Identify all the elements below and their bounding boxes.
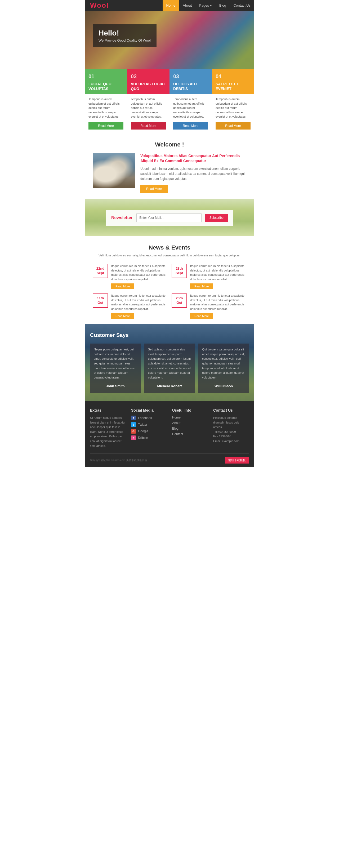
customer-card-2: Qui dolorem ipsum quia dolor sit amet, v… <box>198 344 249 393</box>
nav-about[interactable]: About <box>179 0 195 11</box>
nav-blog[interactable]: Blog <box>216 0 230 11</box>
nav-pages[interactable]: Pages ▾ <box>195 0 215 11</box>
feature-desc-4: Temporibus autem quibusdam et aut offici… <box>216 97 250 119</box>
footer-contact-email: Email: example.com <box>213 439 249 444</box>
footer-useful-list: Home About Blog Contact <box>172 415 208 436</box>
footer-social-label-3: Dribble <box>138 436 148 440</box>
footer-social-item-1[interactable]: t Twitter <box>131 422 167 427</box>
news-month-0: Sept <box>94 271 106 276</box>
footer-useful-item-1[interactable]: About <box>172 421 208 425</box>
footer-useful: Useful Info Home About Blog Contact <box>172 408 208 448</box>
logo[interactable]: Wool <box>85 1 114 9</box>
footer-bottom: 访问画马社区bbs.dianloo.com 免费下载模板内容 前往下载模板 <box>90 454 249 464</box>
feature-desc-1: Temporibus autem quibusdam et aut offici… <box>89 97 123 119</box>
news-body-3: Itaque earum rerum hic tenetur a sapient… <box>190 293 246 311</box>
footer-extras-title: Extras <box>90 408 126 412</box>
welcome-image-inner <box>93 153 135 188</box>
news-section: News & Events Velit illum qui dolores eu… <box>85 236 254 324</box>
welcome-content: Voluptatibus Maiores Alias Consequatur A… <box>93 153 246 193</box>
footer-social-list: f Facebook t Twitter G Google+ d Dribble <box>131 415 167 440</box>
footer-bottom-text: 访问画马社区bbs.dianloo.com 免费下载模板内容 <box>90 459 147 462</box>
welcome-image <box>93 153 135 188</box>
news-btn-1[interactable]: Read More <box>190 283 213 289</box>
welcome-subtitle: Voluptatibus Maiores Alias Consequatur A… <box>141 153 246 164</box>
footer-social-item-2[interactable]: G Google+ <box>131 429 167 434</box>
news-content-0: Itaque earum rerum hic tenetur a sapient… <box>111 264 167 289</box>
navbar: Wool Home About Pages ▾ Blog Contact Us <box>85 0 254 11</box>
feature-btn-1[interactable]: Read More <box>89 122 123 129</box>
customer-name-2: Williumson <box>202 383 245 389</box>
logo-w: W <box>90 1 97 9</box>
news-body-0: Itaque earum rerum hic tenetur a sapient… <box>111 264 167 281</box>
footer-useful-item-2[interactable]: Blog <box>172 427 208 430</box>
customer-cards: Neque porro quisquam est, qui dolorem ip… <box>90 344 249 393</box>
footer-social-label-2: Google+ <box>138 429 150 433</box>
footer-download-btn[interactable]: 前往下载模板 <box>225 457 249 464</box>
footer-extras-text: Ut rutrum neque a mollis laoreet diam en… <box>90 415 126 448</box>
customers-title: Customer Says <box>90 332 249 338</box>
news-date-1: 28th Sept <box>172 264 187 278</box>
feature-num-1: 01 <box>89 73 123 80</box>
hero-subtitle: We Provide Good Quality Of Wool <box>98 38 151 42</box>
feature-body-3: Temporibus autem quibusdam et aut offici… <box>170 97 212 133</box>
news-day-2: 11th <box>94 296 106 301</box>
feature-title-1: FUGIAT QUO VOLUPTAS <box>89 82 123 91</box>
welcome-read-more-btn[interactable]: Read More <box>141 185 167 193</box>
news-date-2: 11th Oct <box>93 293 108 308</box>
nav-links: Home About Pages ▾ Blog Contact Us <box>163 0 254 11</box>
nav-home[interactable]: Home <box>163 0 179 11</box>
feature-btn-2[interactable]: Read More <box>131 122 166 129</box>
features-section: 01 FUGIAT QUO VOLUPTAS Temporibus autem … <box>85 69 254 133</box>
footer-social-label-1: Twitter <box>138 423 147 427</box>
footer-grid: Extras Ut rutrum neque a mollis laoreet … <box>90 408 249 448</box>
footer-social: Social Media f Facebook t Twitter G Goog… <box>131 408 167 448</box>
news-day-0: 22nd <box>94 267 106 271</box>
newsletter-subscribe-btn[interactable]: Subscribe <box>205 214 228 222</box>
footer-social-item-3[interactable]: d Dribble <box>131 435 167 440</box>
news-content-3: Itaque earum rerum hic tenetur a sapient… <box>190 293 246 319</box>
footer-contact: Contact Us Pellesque conquat dignissim l… <box>213 408 249 448</box>
logo-rest: ool <box>97 1 109 9</box>
feature-header-2: 02 VOLUPTAS FUGIAT QUO <box>127 69 170 94</box>
hero-text-box: Hello! We Provide Good Quality Of Wool <box>93 24 156 47</box>
news-date-0: 22nd Sept <box>93 264 108 278</box>
newsletter-label: Newsletter <box>111 215 133 220</box>
customers-section: Customer Says Neque porro quisquam est, … <box>85 324 254 401</box>
hero-section: Hello! We Provide Good Quality Of Wool <box>85 11 254 69</box>
newsletter-email-input[interactable] <box>136 214 202 222</box>
news-month-3: Oct <box>173 301 185 305</box>
news-title: News & Events <box>93 244 246 251</box>
twitter-icon: t <box>131 422 136 427</box>
feature-box-2: 02 VOLUPTAS FUGIAT QUO Temporibus autem … <box>127 69 170 133</box>
customer-text-1: Sed quia non numquam eius modi tempora n… <box>148 347 191 380</box>
news-content-1: Itaque earum rerum hic tenetur a sapient… <box>190 264 246 289</box>
welcome-body: Ut enim ad minima veniam, quis nostrum e… <box>141 166 246 182</box>
news-btn-3[interactable]: Read More <box>190 313 213 319</box>
feature-title-4: SAEPE UTET EVENIET <box>216 82 250 91</box>
news-month-1: Sept <box>173 271 185 276</box>
footer-social-item-0[interactable]: f Facebook <box>131 415 167 421</box>
feature-btn-4[interactable]: Read More <box>216 122 250 129</box>
customer-card-0: Neque porro quisquam est, qui dolorem ip… <box>90 344 141 393</box>
customer-card-1: Sed quia non numquam eius modi tempora n… <box>144 344 195 393</box>
feature-header-1: 01 FUGIAT QUO VOLUPTAS <box>85 69 127 94</box>
news-btn-2[interactable]: Read More <box>111 313 134 319</box>
footer-social-title: Social Media <box>131 408 167 412</box>
features-row: 01 FUGIAT QUO VOLUPTAS Temporibus autem … <box>85 69 254 133</box>
footer-contact-address: Pellesque conquat dignissim lacus quis a… <box>213 415 249 430</box>
feature-body-4: Temporibus autem quibusdam et aut offici… <box>212 97 254 133</box>
footer-useful-item-0[interactable]: Home <box>172 415 208 419</box>
footer-social-label-0: Facebook <box>138 416 152 420</box>
facebook-icon: f <box>131 415 136 421</box>
footer-useful-item-3[interactable]: Contact <box>172 432 208 436</box>
news-body-1: Itaque earum rerum hic tenetur a sapient… <box>190 264 246 281</box>
feature-desc-3: Temporibus autem quibusdam et aut offici… <box>173 97 208 119</box>
feature-btn-3[interactable]: Read More <box>173 122 208 129</box>
feature-body-2: Temporibus autem quibusdam et aut offici… <box>127 97 170 133</box>
news-date-3: 25th Oct <box>172 293 187 308</box>
news-grid: 22nd Sept Itaque earum rerum hic tenetur… <box>93 264 246 319</box>
news-btn-0[interactable]: Read More <box>111 283 134 289</box>
nav-contact[interactable]: Contact Us <box>230 0 254 11</box>
newsletter-box: Newsletter Subscribe <box>106 210 233 226</box>
feature-box-3: 03 OFFICIIS AUT DEBITIS Temporibus autem… <box>170 69 212 133</box>
